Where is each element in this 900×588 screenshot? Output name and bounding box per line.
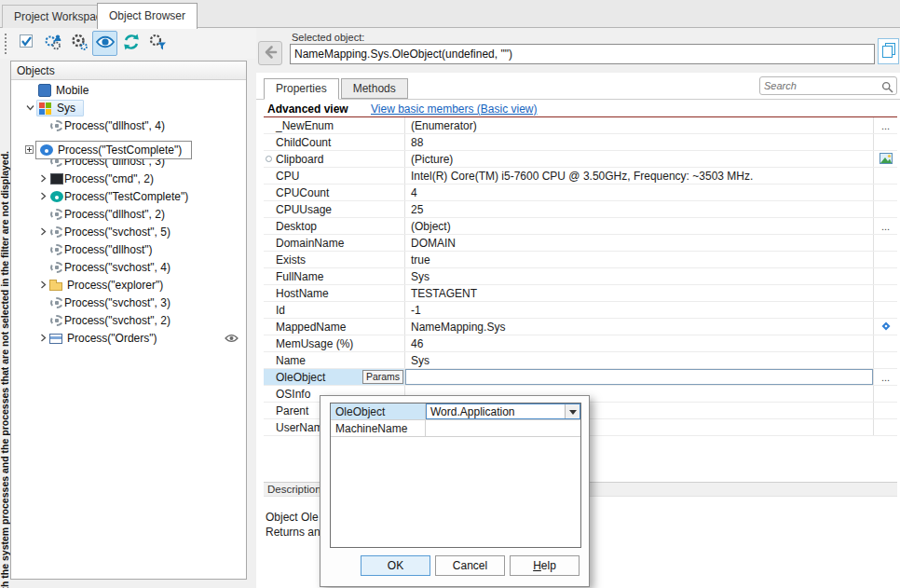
chevron-right-icon[interactable] [37, 192, 49, 200]
property-value[interactable]: Sys [405, 268, 873, 284]
tree-item-process-svchost-2[interactable]: Process("svchost", 2) [11, 311, 246, 329]
tree-item-process-dllhost-4[interactable]: Process("dllhost", 4) [11, 116, 246, 134]
tree-item-process-testcomplete[interactable]: Process("TestComplete") [11, 187, 246, 205]
tree-item-process-svchost-3[interactable]: Process("svchost", 3) [11, 294, 246, 311]
property-name[interactable]: ChildCount [264, 134, 405, 150]
property-name[interactable]: CPU [264, 168, 405, 184]
property-row[interactable]: HostName TESTAGENT [264, 285, 897, 302]
property-name[interactable]: FullName [264, 268, 405, 284]
checked-objects-button[interactable] [14, 31, 39, 56]
property-value[interactable]: 4 [405, 185, 873, 200]
property-row[interactable]: Desktop (Object) ... [264, 218, 897, 235]
back-button[interactable] [258, 41, 282, 65]
property-name[interactable]: Exists [264, 252, 405, 267]
process-settings-button[interactable] [66, 31, 91, 56]
property-row[interactable]: Clipboard (Picture) [264, 151, 897, 168]
property-row[interactable]: Id -1 [264, 302, 897, 319]
basic-view-link[interactable]: View basic members (Basic view) [371, 103, 538, 116]
property-value[interactable]: DOMAIN [405, 235, 873, 251]
parameter-value[interactable] [426, 420, 580, 436]
property-value[interactable]: (Object) [405, 218, 873, 234]
property-row[interactable]: Exists true [264, 252, 897, 268]
search-input[interactable] [764, 78, 878, 93]
tree-item-process-svchost-4[interactable]: Process("svchost", 4) [11, 258, 246, 276]
property-value[interactable]: 46 [405, 335, 873, 351]
property-name[interactable]: CPUCount [264, 185, 405, 200]
parameter-row-machinename[interactable]: MachineName [331, 420, 580, 437]
mappedname-button[interactable] [873, 319, 897, 335]
highlight-eye-icon[interactable] [225, 334, 239, 343]
chevron-right-icon[interactable] [37, 174, 49, 183]
tab-properties[interactable]: Properties [264, 78, 339, 100]
cancel-button[interactable]: Cancel [435, 555, 505, 576]
tree-item-process-dllhost[interactable]: Process("dllhost") [11, 240, 246, 258]
tree-item-process-explorer[interactable]: Process("explorer") [11, 276, 246, 294]
property-name[interactable]: OleObject Params [264, 369, 405, 385]
property-row-selected[interactable]: OleObject Params ... [264, 369, 897, 386]
property-row[interactable]: Name Sys [264, 352, 897, 369]
tree-item-process-svchost-5[interactable]: Process("svchost", 5) [11, 223, 246, 240]
tree-item-process-orders[interactable]: Process("Orders") [11, 329, 246, 347]
floating-tree-item[interactable]: Process("TestComplete") [35, 141, 192, 159]
show-object-button[interactable] [92, 31, 117, 56]
ellipsis-button[interactable]: ... [873, 117, 897, 133]
property-name[interactable]: CPUUsage [264, 201, 405, 217]
property-name[interactable]: Name [264, 352, 405, 368]
tree-item-process-cmd-2[interactable]: Process("cmd", 2) [11, 170, 246, 187]
property-row[interactable]: CPU Intel(R) Core(TM) i5-7600 CPU @ 3.50… [264, 168, 897, 185]
property-name[interactable]: DomainName [264, 235, 405, 251]
expand-plus-icon[interactable] [25, 145, 34, 154]
parameter-name[interactable]: MachineName [331, 420, 426, 436]
picture-button[interactable] [873, 151, 897, 167]
property-row[interactable]: MappedName NameMapping.Sys [264, 319, 897, 335]
property-row[interactable]: MemUsage (%) 46 [264, 335, 897, 352]
copy-button[interactable] [878, 38, 899, 64]
property-value[interactable]: (Picture) [405, 151, 873, 167]
property-value[interactable]: 25 [405, 201, 873, 217]
show-user-processes-button[interactable] [40, 31, 65, 56]
property-row[interactable]: _NewEnum (Enumerator) ... [264, 117, 897, 134]
ellipsis-button[interactable]: ... [873, 369, 897, 385]
chevron-right-icon[interactable] [37, 334, 49, 342]
property-value[interactable]: -1 [405, 302, 873, 318]
chevron-right-icon[interactable] [37, 227, 49, 236]
property-value[interactable]: Intel(R) Core(TM) i5-7600 CPU @ 3.50GHz,… [405, 168, 873, 184]
help-button[interactable]: Help [510, 555, 580, 576]
refresh-button[interactable] [118, 31, 143, 56]
property-value[interactable]: true [405, 252, 873, 267]
tab-methods[interactable]: Methods [341, 78, 408, 99]
toolbar-grip[interactable] [5, 34, 9, 54]
property-name[interactable]: HostName [264, 285, 405, 301]
property-value[interactable]: 88 [405, 134, 873, 150]
property-value[interactable]: TESTAGENT [405, 285, 873, 301]
property-name[interactable]: MemUsage (%) [264, 335, 405, 351]
parameter-name[interactable]: OleObject [331, 403, 426, 419]
property-name[interactable]: Id [264, 302, 405, 318]
oleobject-combobox[interactable]: Word.Application [426, 403, 580, 419]
ok-button[interactable]: OK [361, 555, 430, 576]
property-value[interactable]: (Enumerator) [405, 117, 873, 133]
property-value[interactable]: NameMapping.Sys [405, 319, 873, 335]
selected-object-input[interactable] [290, 44, 875, 64]
tab-object-browser[interactable]: Object Browser [97, 3, 198, 29]
property-name[interactable]: MappedName [264, 319, 405, 335]
property-value-editor[interactable] [405, 369, 873, 385]
params-button[interactable]: Params [362, 370, 403, 384]
property-row[interactable]: CPUUsage 25 [264, 201, 897, 218]
tree-item-process-dllhost-2[interactable]: Process("dllhost", 2) [11, 205, 246, 223]
property-row[interactable]: FullName Sys [264, 268, 897, 285]
filter-settings-button[interactable] [144, 31, 170, 56]
chevron-down-icon[interactable] [24, 103, 36, 112]
property-name[interactable]: Clipboard [264, 151, 405, 167]
property-name[interactable]: Desktop [264, 218, 405, 234]
chevron-down-icon[interactable] [565, 404, 580, 418]
tree-item-sys[interactable]: Sys [11, 99, 246, 116]
property-name[interactable]: _NewEnum [264, 117, 405, 133]
property-value[interactable]: Sys [405, 352, 873, 368]
parameter-row-oleobject[interactable]: OleObject Word.Application [331, 403, 580, 420]
property-row[interactable]: CPUCount 4 [264, 185, 897, 201]
ellipsis-button[interactable]: ... [873, 218, 897, 234]
property-row[interactable]: DomainName DOMAIN [264, 235, 897, 252]
chevron-right-icon[interactable] [37, 280, 49, 289]
tree-item-mobile[interactable]: Mobile [11, 81, 246, 99]
